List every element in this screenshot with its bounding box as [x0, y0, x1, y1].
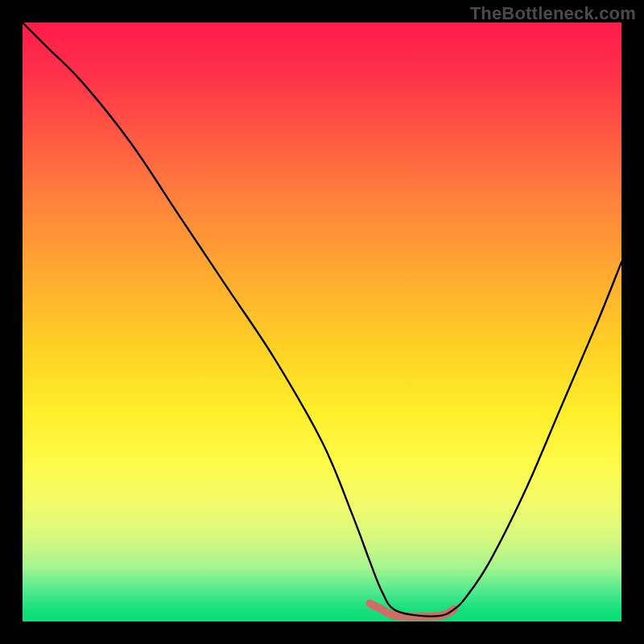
chart-svg: [23, 23, 621, 621]
watermark-text: TheBottleneck.com: [470, 3, 636, 24]
plot-area: [23, 23, 621, 621]
chart-stage: TheBottleneck.com: [0, 0, 644, 644]
bottleneck-curve: [23, 23, 621, 617]
